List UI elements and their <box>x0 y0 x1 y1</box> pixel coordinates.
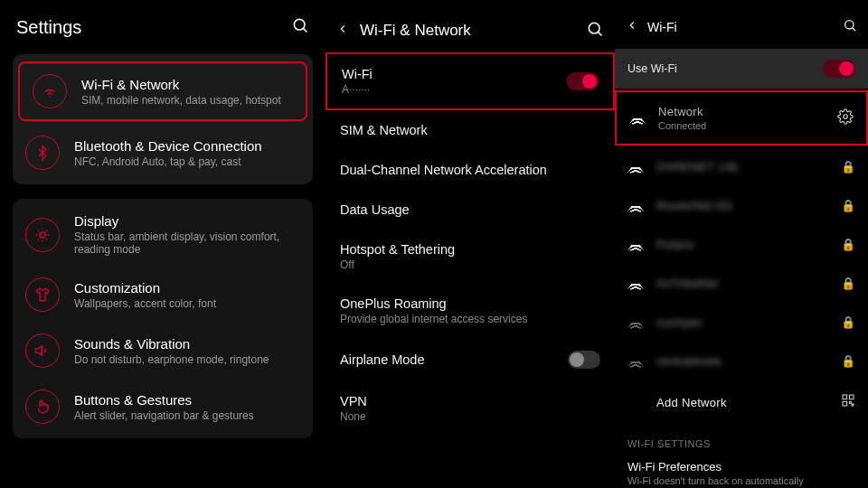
row-title: Hotspot & Tethering <box>340 242 600 257</box>
toggle[interactable] <box>568 351 600 369</box>
svg-line-1 <box>303 28 307 32</box>
section-label: WI-FI SETTINGS <box>615 424 868 455</box>
network-name: venkateswa <box>656 354 722 368</box>
network-row[interactable]: OnePlus RoamingProvide global internet a… <box>326 284 615 338</box>
shirt-icon <box>25 277 60 312</box>
row-sub: Off <box>340 258 600 271</box>
settings-item-title: Buttons & Gestures <box>74 392 254 408</box>
network-name: sushyan <box>656 315 703 329</box>
available-network-row[interactable]: Polaris🔒 <box>615 225 868 264</box>
search-icon[interactable] <box>843 18 857 36</box>
lock-icon: 🔒 <box>841 315 855 329</box>
settings-item-shirt[interactable]: CustomizationWallpapers, accent color, f… <box>13 267 313 323</box>
network-row[interactable]: VPNNone <box>326 381 615 436</box>
settings-item-wifi[interactable]: Wi-Fi & NetworkSIM, mobile network, data… <box>18 61 307 121</box>
page-title: Settings <box>16 17 81 38</box>
svg-line-5 <box>598 32 601 35</box>
search-icon[interactable] <box>291 16 309 38</box>
back-icon[interactable] <box>336 23 349 39</box>
network-row[interactable]: SIM & Network <box>326 110 615 150</box>
svg-point-4 <box>589 23 599 33</box>
lock-icon: 🔒 <box>841 354 855 368</box>
available-network-row[interactable]: sushyan🔒 <box>615 303 868 342</box>
network-name: AirTribeNet <box>656 277 719 290</box>
wifi-preferences-sub: Wi-Fi doesn't turn back on automatically <box>627 475 855 486</box>
row-title: Wi-Fi <box>342 67 566 81</box>
available-network-row[interactable]: DARKNET 13b🔒 <box>615 147 868 186</box>
row-title: VPN <box>340 394 600 408</box>
settings-item-sub: Do not disturb, earphone mode, ringtone <box>74 353 269 366</box>
network-row[interactable]: Airplane Mode <box>326 338 615 381</box>
page-title: Wi-Fi & Network <box>360 22 471 40</box>
add-network-row[interactable]: Add Network <box>615 380 868 424</box>
wifi-signal-icon <box>627 316 644 329</box>
wifi-icon <box>33 74 67 108</box>
search-icon[interactable] <box>586 20 604 42</box>
wifi-preferences-title: Wi-Fi Preferences <box>627 460 855 474</box>
gear-icon[interactable] <box>837 108 854 128</box>
network-row[interactable]: Hotspot & TetheringOff <box>326 230 615 284</box>
network-row[interactable]: Dual-Channel Network Acceleration <box>326 150 615 190</box>
available-network-row[interactable]: RouterNet-5G🔒 <box>615 186 868 225</box>
wifi-signal-icon <box>627 239 644 251</box>
svg-point-6 <box>845 21 854 29</box>
wifi-signal-icon <box>627 355 644 368</box>
settings-item-sub: Alert slider, navigation bar & gestures <box>74 409 254 422</box>
svg-rect-11 <box>843 401 847 406</box>
row-title: Airplane Mode <box>340 352 568 367</box>
network-name: RouterNet-5G <box>656 199 733 212</box>
available-network-row[interactable]: AirTribeNet🔒 <box>615 264 868 303</box>
settings-item-title: Customization <box>74 280 216 296</box>
page-title: Wi-Fi <box>647 20 677 34</box>
row-sub: Provide global internet access services <box>340 313 600 325</box>
available-network-row[interactable]: venkateswa🔒 <box>615 342 868 380</box>
lock-icon: 🔒 <box>841 160 855 174</box>
svg-point-0 <box>294 19 305 30</box>
svg-point-3 <box>40 232 45 238</box>
wifi-signal-icon <box>627 200 644 212</box>
row-sub: A······· <box>342 83 566 96</box>
use-wifi-toggle[interactable] <box>823 60 855 78</box>
gesture-icon <box>25 389 60 424</box>
settings-item-sub: Wallpapers, accent color, font <box>74 297 216 310</box>
svg-point-8 <box>844 114 848 118</box>
settings-item-bluetooth[interactable]: Bluetooth & Device ConnectionNFC, Androi… <box>13 125 313 181</box>
settings-item-title: Sounds & Vibration <box>74 336 269 352</box>
settings-item-brightness[interactable]: DisplayStatus bar, ambient display, visi… <box>13 202 313 267</box>
wifi-signal-icon <box>627 161 644 174</box>
network-status: Connected <box>658 120 706 131</box>
lock-icon: 🔒 <box>841 199 855 212</box>
settings-item-sub: SIM, mobile network, data usage, hotspot <box>81 94 281 107</box>
bluetooth-icon <box>25 136 60 170</box>
svg-rect-9 <box>843 395 847 399</box>
wifi-signal-icon <box>629 112 646 125</box>
row-title: OnePlus Roaming <box>340 296 600 311</box>
network-row[interactable]: Data Usage <box>326 190 615 230</box>
use-wifi-row[interactable]: Use Wi-Fi <box>615 49 868 89</box>
network-name: Network <box>658 105 706 118</box>
connected-network-row[interactable]: NetworkConnected <box>615 90 868 145</box>
sound-icon <box>25 333 60 368</box>
row-title: Dual-Channel Network Acceleration <box>340 163 600 177</box>
row-title: Data Usage <box>340 202 600 217</box>
wifi-preferences-row[interactable]: Wi-Fi Preferences Wi-Fi doesn't turn bac… <box>615 455 868 488</box>
qr-icon[interactable] <box>841 393 855 411</box>
network-row[interactable]: Wi-FiA······· <box>326 52 615 110</box>
settings-item-title: Display <box>74 213 300 229</box>
settings-item-sub: NFC, Android Auto, tap & pay, cast <box>74 155 262 168</box>
svg-rect-10 <box>849 395 854 399</box>
toggle[interactable] <box>566 72 599 90</box>
network-name: DARKNET 13b <box>656 160 739 174</box>
settings-item-sound[interactable]: Sounds & VibrationDo not disturb, earpho… <box>13 323 313 379</box>
back-icon[interactable] <box>626 19 638 35</box>
settings-group-device: DisplayStatus bar, ambient display, visi… <box>13 199 313 438</box>
add-network-label: Add Network <box>656 396 727 409</box>
lock-icon: 🔒 <box>841 277 855 290</box>
row-title: SIM & Network <box>340 123 600 137</box>
wifi-signal-icon <box>627 277 644 290</box>
network-name: Polaris <box>656 238 694 251</box>
lock-icon: 🔒 <box>841 238 855 251</box>
settings-item-title: Bluetooth & Device Connection <box>74 138 262 154</box>
settings-item-sub: Status bar, ambient display, vision comf… <box>74 230 300 256</box>
settings-item-gesture[interactable]: Buttons & GesturesAlert slider, navigati… <box>13 379 313 435</box>
